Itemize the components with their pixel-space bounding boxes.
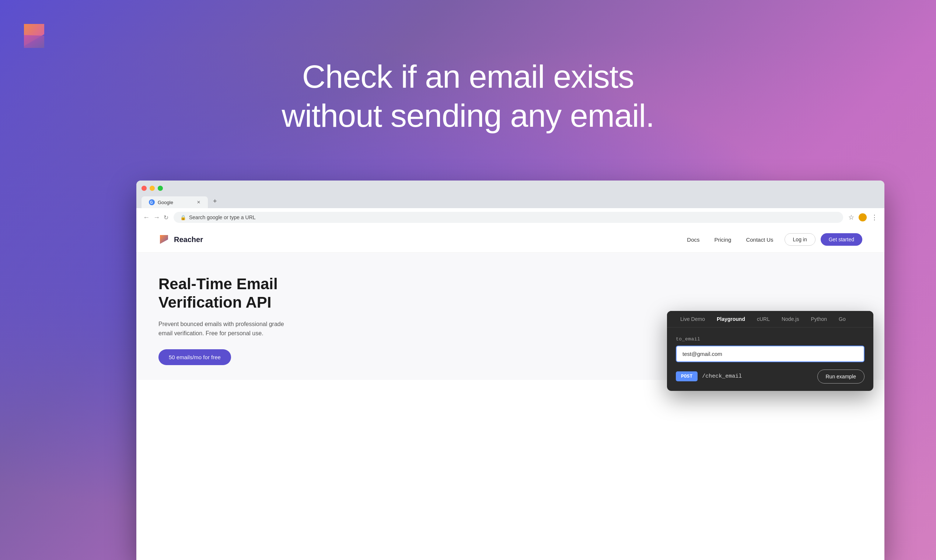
site-nav-actions: Log in Get started (785, 233, 862, 246)
demo-run-button[interactable]: Run example (817, 369, 865, 383)
demo-command-left: POST /check_email (676, 371, 742, 381)
demo-method-badge: POST (676, 371, 697, 381)
site-logo[interactable]: Reacher (159, 234, 203, 245)
login-button[interactable]: Log in (785, 233, 816, 246)
back-icon[interactable]: ← (143, 214, 149, 222)
site-hero-cta-button[interactable]: 50 emails/mo for free (159, 349, 231, 365)
dot-yellow[interactable] (149, 186, 155, 191)
site-hero-title: Real-Time Email Verification API (159, 275, 313, 312)
refresh-icon[interactable]: ↻ (164, 214, 168, 221)
demo-body: to_email POST /check_email Run example (667, 328, 873, 391)
browser-dots (142, 186, 879, 191)
address-bar-input[interactable]: 🔒 Search google or type a URL (174, 212, 843, 223)
hero-headline-line1: Check if an email exists (0, 57, 936, 96)
demo-panel: Live Demo Playground cURL Node.js Python… (667, 311, 873, 391)
site-hero-section: Real-Time Email Verification API Prevent… (136, 253, 884, 380)
demo-endpoint-text: /check_email (702, 373, 742, 380)
menu-icon[interactable]: ⋮ (871, 213, 878, 222)
brand-logo-topleft[interactable] (20, 20, 50, 51)
profile-icon[interactable] (859, 213, 867, 222)
star-icon[interactable]: ☆ (848, 213, 854, 222)
lock-icon: 🔒 (180, 215, 186, 220)
tab-close-icon[interactable]: ✕ (197, 200, 200, 205)
get-started-button[interactable]: Get started (821, 233, 862, 246)
browser-address-bar: ← → ↻ 🔒 Search google or type a URL ☆ ⋮ (136, 208, 884, 226)
dot-red[interactable] (142, 186, 147, 191)
svg-marker-4 (160, 235, 168, 244)
site-nav-links: Docs Pricing Contact Us (687, 237, 773, 243)
address-text: Search google or type a URL (189, 214, 256, 220)
nav-link-contact[interactable]: Contact Us (746, 237, 773, 243)
browser-chrome: G Google ✕ + (136, 180, 884, 208)
demo-email-input[interactable] (676, 346, 865, 362)
hero-headline-line2: without sending any email. (0, 96, 936, 135)
demo-tab-go[interactable]: Go (833, 311, 851, 327)
browser-tab-active[interactable]: G Google ✕ (142, 196, 208, 208)
hero-headline: Check if an email exists without sending… (0, 57, 936, 135)
site-logo-text: Reacher (174, 235, 203, 244)
svg-marker-1 (24, 35, 44, 48)
nav-link-pricing[interactable]: Pricing (714, 237, 731, 243)
demo-tab-live[interactable]: Live Demo (674, 311, 711, 327)
demo-tab-playground[interactable]: Playground (711, 311, 751, 327)
demo-tab-nodejs[interactable]: Node.js (776, 311, 805, 327)
demo-tab-bar: Live Demo Playground cURL Node.js Python… (667, 311, 873, 328)
demo-field-label: to_email (676, 336, 865, 342)
demo-tab-python[interactable]: Python (805, 311, 833, 327)
browser-right-controls: ☆ ⋮ (848, 213, 878, 222)
browser-content: Reacher Docs Pricing Contact Us Log in G… (136, 226, 884, 560)
browser-window: G Google ✕ + ← → ↻ 🔒 Search google or ty… (136, 180, 884, 560)
site-logo-icon (159, 234, 170, 245)
nav-link-docs[interactable]: Docs (687, 237, 699, 243)
forward-icon[interactable]: → (153, 214, 160, 222)
browser-tab-label: Google (158, 200, 173, 205)
browser-tab-bar: G Google ✕ + (142, 194, 879, 208)
demo-tab-curl[interactable]: cURL (751, 311, 776, 327)
site-navbar: Reacher Docs Pricing Contact Us Log in G… (136, 226, 884, 253)
demo-command-row: POST /check_email Run example (676, 369, 865, 383)
site-hero-subtitle: Prevent bounced emails with professional… (159, 319, 295, 338)
brand-logo-icon (20, 20, 50, 50)
google-icon: G (149, 199, 155, 205)
new-tab-button[interactable]: + (208, 194, 222, 208)
browser-nav-controls: ← → ↻ (143, 214, 168, 222)
svg-text:G: G (150, 200, 153, 205)
dot-green[interactable] (158, 186, 163, 191)
